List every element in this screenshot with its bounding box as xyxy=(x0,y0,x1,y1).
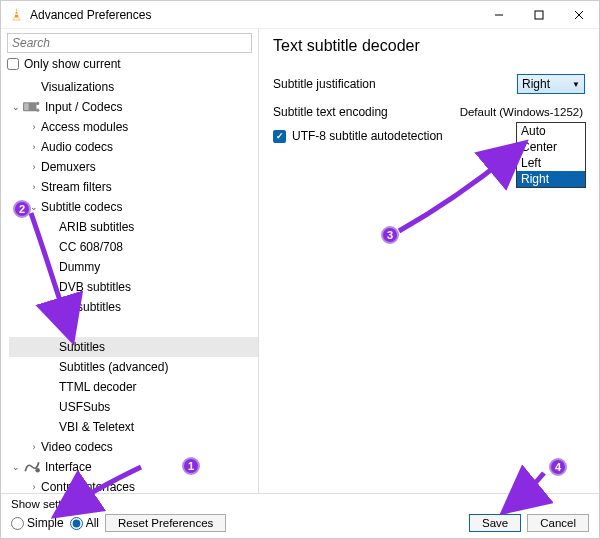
encoding-value: Default (Windows-1252) xyxy=(460,106,583,118)
justification-dropdown[interactable]: Auto Center Left Right xyxy=(516,122,586,188)
svg-point-9 xyxy=(36,109,39,112)
reset-preferences-button[interactable]: Reset Preferences xyxy=(105,514,226,532)
bottom-bar: Show settings Simple All Reset Preferenc… xyxy=(1,493,599,538)
window-title: Advanced Preferences xyxy=(30,8,151,22)
svg-point-8 xyxy=(36,102,39,105)
tree-dummy[interactable]: Dummy xyxy=(9,257,258,277)
svg-rect-7 xyxy=(24,104,29,111)
tree-demuxers[interactable]: ›Demuxers xyxy=(9,157,258,177)
search-input[interactable] xyxy=(7,33,252,53)
tree-subtitles-adv[interactable]: Subtitles (advanced) xyxy=(9,357,258,377)
settings-panel: Text subtitle decoder Subtitle justifica… xyxy=(259,29,599,509)
maximize-button[interactable] xyxy=(519,1,559,29)
tree-stream-filters[interactable]: ›Stream filters xyxy=(9,177,258,197)
svg-rect-3 xyxy=(535,11,543,19)
tree-vbi[interactable]: VBI & Teletext xyxy=(9,417,258,437)
tree-interface[interactable]: ⌄Interface xyxy=(9,457,258,477)
tree-sub3[interactable]: subtitles xyxy=(9,297,258,317)
tree-dvb[interactable]: DVB subtitles xyxy=(9,277,258,297)
close-button[interactable] xyxy=(559,1,599,29)
simple-radio[interactable]: Simple xyxy=(11,516,64,530)
panel-title: Text subtitle decoder xyxy=(273,37,585,55)
dropdown-center[interactable]: Center xyxy=(517,139,585,155)
only-show-current-box[interactable] xyxy=(7,58,19,70)
annotation-badge-2: 2 xyxy=(13,200,31,218)
save-button[interactable]: Save xyxy=(469,514,521,532)
tree-audio-codecs[interactable]: ›Audio codecs xyxy=(9,137,258,157)
tree-video-codecs[interactable]: ›Video codecs xyxy=(9,437,258,457)
tree-cc608[interactable]: CC 608/708 xyxy=(9,237,258,257)
svg-rect-0 xyxy=(15,11,18,12)
annotation-badge-4: 4 xyxy=(549,458,567,476)
tree-n[interactable]: e xyxy=(9,317,258,337)
justification-label: Subtitle justification xyxy=(273,77,433,91)
tree-visualizations[interactable]: Visualizations xyxy=(9,77,258,97)
codec-icon xyxy=(23,100,41,114)
utf8-label: UTF-8 subtitle autodetection xyxy=(292,129,443,143)
tree-arib[interactable]: ARIB subtitles xyxy=(9,217,258,237)
interface-icon xyxy=(23,460,41,474)
all-radio[interactable]: All xyxy=(70,516,99,530)
tree-ttml[interactable]: TTML decoder xyxy=(9,377,258,397)
tree-access-modules[interactable]: ›Access modules xyxy=(9,117,258,137)
vlc-icon xyxy=(9,7,24,22)
encoding-label: Subtitle text encoding xyxy=(273,105,433,119)
only-show-current-label: Only show current xyxy=(24,57,121,71)
justification-value: Right xyxy=(522,77,550,91)
svg-rect-1 xyxy=(15,14,18,15)
minimize-button[interactable] xyxy=(479,1,519,29)
justification-combo[interactable]: Right ▼ xyxy=(517,74,585,94)
tree-subtitle-codecs[interactable]: ⌄Subtitle codecs xyxy=(9,197,258,217)
svg-point-10 xyxy=(35,468,40,473)
dropdown-auto[interactable]: Auto xyxy=(517,123,585,139)
cancel-button[interactable]: Cancel xyxy=(527,514,589,532)
tree-input-codecs[interactable]: ⌄Input / Codecs xyxy=(9,97,258,117)
sidebar: Only show current Visualizations ⌄Input … xyxy=(1,29,259,509)
show-settings-label: Show settings xyxy=(1,494,599,512)
tree-subtitles[interactable]: Subtitles xyxy=(9,337,258,357)
only-show-current-checkbox[interactable]: Only show current xyxy=(7,57,252,71)
titlebar: Advanced Preferences xyxy=(1,1,599,29)
tree-usf[interactable]: USFSubs xyxy=(9,397,258,417)
annotation-badge-1: 1 xyxy=(182,457,200,475)
preferences-tree[interactable]: Visualizations ⌄Input / Codecs ›Access m… xyxy=(1,75,258,509)
dropdown-right[interactable]: Right xyxy=(517,171,585,187)
dropdown-left[interactable]: Left xyxy=(517,155,585,171)
annotation-badge-3: 3 xyxy=(381,226,399,244)
chevron-down-icon: ▼ xyxy=(572,80,580,89)
utf8-checkbox[interactable]: ✓ xyxy=(273,130,286,143)
